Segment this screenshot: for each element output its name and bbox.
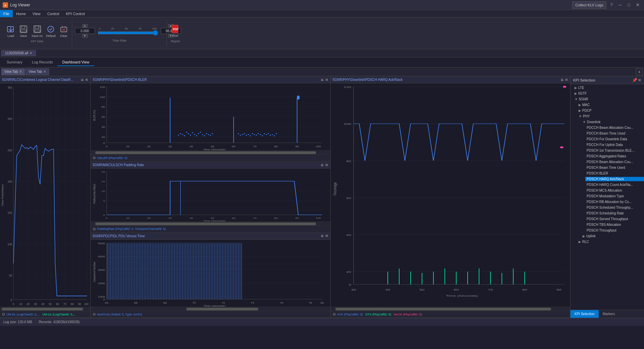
kpi-tab-selection[interactable]: KPI Selection (570, 310, 599, 318)
kpi-pdcch-ul-data[interactable]: PDCCH For Uplink Data (570, 142, 644, 148)
left-chart-expand[interactable]: ⊙ (2, 312, 5, 316)
tab-dashboard-view[interactable]: Dashboard View (57, 59, 94, 66)
inner-tab-0-close[interactable]: ✕ (19, 70, 22, 73)
kpi-pdsch-bler[interactable]: PDSCH BLER (570, 170, 644, 176)
legend-dtx[interactable]: DTX (PhyCellID: 0) (366, 313, 392, 316)
svg-text:80: 80 (320, 301, 324, 304)
kpi-phy[interactable]: ▼ PHY (570, 113, 644, 119)
kpi-pdsch-agg-rates[interactable]: PDSCH Aggregated Rates (570, 153, 644, 159)
kpi-lte[interactable]: ▶ LTE (570, 85, 644, 91)
kpi-mac[interactable]: ▶ MAC (570, 102, 644, 108)
kpi-pdsch-tbs[interactable]: PDSCH TBS Allocation (570, 222, 644, 228)
kpi-close-button[interactable]: ✕ (638, 78, 641, 83)
tab-summary[interactable]: Summary (2, 59, 27, 66)
clear-button[interactable]: Clear (58, 24, 70, 38)
kpi-uplink[interactable]: ▶ Uplink (570, 233, 644, 239)
menu-item-home[interactable]: Home (13, 10, 29, 17)
collect-klv-button[interactable]: Collect KLV Logs (572, 1, 606, 9)
legend-um-dl[interactable]: UM-DL (LogChanID: 5,... (6, 313, 40, 316)
svg-text:BLER (%): BLER (%) (92, 110, 96, 121)
right-chart-close[interactable]: ✕ (565, 78, 568, 82)
mid-mid-scrollbar[interactable] (91, 221, 330, 226)
kpi-pdsch-sched-throughput[interactable]: PDSCH Scheduled Throughp... (570, 205, 644, 210)
left-chart-scrollbar[interactable] (0, 307, 90, 311)
right-chart-menu[interactable]: ≡ (561, 77, 563, 83)
svg-text:40: 40 (346, 234, 351, 236)
kpi-pdsch-served-throughput[interactable]: PDSCH Served Throughput (570, 216, 644, 222)
kpi-pdsch-rb-alloc[interactable]: PDSCH RB Allocation by Co... (570, 199, 644, 205)
right-chart-expand[interactable]: ⊙ (333, 312, 336, 316)
kpi-downlink[interactable]: ▼ Downlink (570, 119, 644, 125)
default-button[interactable]: Default (45, 24, 57, 38)
maximize-button[interactable]: □ (625, 1, 633, 9)
mid-mid-chart-menu[interactable]: ≡ (321, 162, 323, 168)
legend-bler[interactable]: %BLER (PhyCellID: 0) (97, 156, 127, 160)
time-start-group: ▲ ▼ (75, 24, 95, 38)
time-filter-slider[interactable] (98, 31, 158, 35)
kpi-pdsch-harq-ack[interactable]: PDSCH HARQ Ack/Nack (570, 176, 644, 182)
legend-ack[interactable]: ACK (PhyCellID: 0) (337, 313, 363, 316)
svg-text:0: 0 (13, 302, 14, 305)
right-chart-scrollbar[interactable] (331, 307, 570, 311)
file-tab-close-0[interactable]: ✕ (30, 51, 32, 55)
mid-bottom-expand[interactable]: ⊙ (93, 312, 96, 316)
add-tab-button[interactable]: + (636, 68, 643, 75)
save-as-button[interactable]: + Save As (30, 24, 44, 38)
kpi-pdsch-beam-time[interactable]: PDSCH Beam Time Used (570, 165, 644, 170)
left-chart-close[interactable]: ✕ (85, 78, 88, 82)
mid-bottom-chart-close[interactable]: ✕ (325, 234, 328, 238)
kpi-pdcch-beam-alloc[interactable]: PDCCH Beam Allocation Cou... (570, 125, 644, 131)
5gtf-arrow: ▶ (574, 92, 577, 95)
mid-top-expand[interactable]: ⊙ (93, 156, 96, 160)
time-start-down[interactable]: ▼ (82, 34, 88, 38)
mid-top-scrollbar[interactable] (91, 150, 330, 154)
svg-text:0: 0 (349, 283, 351, 286)
inner-tab-0[interactable]: View Tab ✕ (1, 68, 25, 75)
legend-um-ul[interactable]: UM-UL (LogChanID: 5,... (42, 313, 76, 316)
mid-bottom-scrollbar[interactable] (91, 307, 330, 311)
kpi-pdsch-beam-alloc[interactable]: PDSCH Beam Allocation Cou... (570, 159, 644, 165)
mid-mid-chart-close[interactable]: ✕ (325, 163, 328, 167)
kpi-pdcch-beam-time[interactable]: PDCCH Beam Time Used (570, 131, 644, 136)
svg-text:20: 20 (101, 171, 105, 173)
kpi-rlc[interactable]: ▶ RLC (570, 239, 644, 245)
left-chart-body: 350 300 250 200 150 100 50 0 (0, 84, 90, 307)
kpi-pdsch-harq-count[interactable]: PDSCH HARQ Count Ack/Na... (570, 182, 644, 188)
minimize-button[interactable]: ─ (616, 1, 624, 9)
mid-top-chart-menu[interactable]: ≡ (321, 77, 323, 83)
kpi-header-title: KPI Selection (573, 78, 632, 82)
menu-item-control[interactable]: Control (44, 10, 62, 17)
kpi-pdsch-mcs[interactable]: PDSCH MCS Allocation (570, 188, 644, 193)
kpi-pin-button[interactable]: 📌 (632, 78, 637, 83)
kpi-pdcp[interactable]: ▶ PDCP (570, 108, 644, 113)
mid-bottom-chart-menu[interactable]: ≡ (321, 233, 323, 239)
menu-item-view[interactable]: View (29, 10, 44, 17)
help-button[interactable]: ? (608, 1, 615, 9)
time-start-input[interactable] (75, 28, 95, 34)
kpi-pdsch-throughput[interactable]: PDSCH Throughput (570, 228, 644, 233)
tab-log-records[interactable]: Log Records (27, 59, 57, 66)
menu-item-kpi-control[interactable]: KPI Control (62, 10, 88, 17)
mid-top-chart-close[interactable]: ✕ (325, 78, 328, 82)
load-button[interactable]: Load (5, 24, 17, 38)
close-button[interactable]: ✕ (634, 1, 641, 9)
kpi-5gnr[interactable]: ▼ 5GNR (570, 96, 644, 102)
legend-pdu[interactable]: NextTxSn (RabId: 5, Type: DATA) (97, 313, 142, 316)
inner-tab-1[interactable]: View Tab ✕ (26, 68, 49, 75)
kpi-pdsch-sched-rate[interactable]: PDSCH Scheduling Rate (570, 210, 644, 216)
left-chart-menu[interactable]: ≡ (81, 77, 84, 83)
inner-tab-1-close[interactable]: ✕ (43, 70, 46, 73)
legend-nack[interactable]: NACK (PhyCellID: 0) (394, 313, 422, 316)
menu-item-file[interactable]: File (0, 10, 13, 17)
time-start-up[interactable]: ▲ (82, 24, 88, 28)
mid-mid-expand[interactable]: ⊙ (93, 227, 96, 231)
kpi-tab-markers[interactable]: Markers (599, 310, 619, 318)
kpi-pdsch-1st-bler[interactable]: PDSCH 1st Transmission BLE... (570, 148, 644, 153)
kpi-pdsch-mod-type[interactable]: PDSCH Modulation Type (570, 193, 644, 199)
legend-padding[interactable]: PaddingRate (PhyCellID: 0, TransportChan… (97, 227, 166, 231)
pdf-button[interactable]: PDF PDF (170, 24, 182, 38)
kpi-5gtf[interactable]: ▶ 5GTF (570, 91, 644, 96)
save-button[interactable]: Save (17, 24, 30, 38)
kpi-pdcch-dl-data[interactable]: PDCCH For Downlink Data (570, 136, 644, 142)
file-tab-0[interactable]: 1130250508.aif ✕ (1, 50, 36, 56)
